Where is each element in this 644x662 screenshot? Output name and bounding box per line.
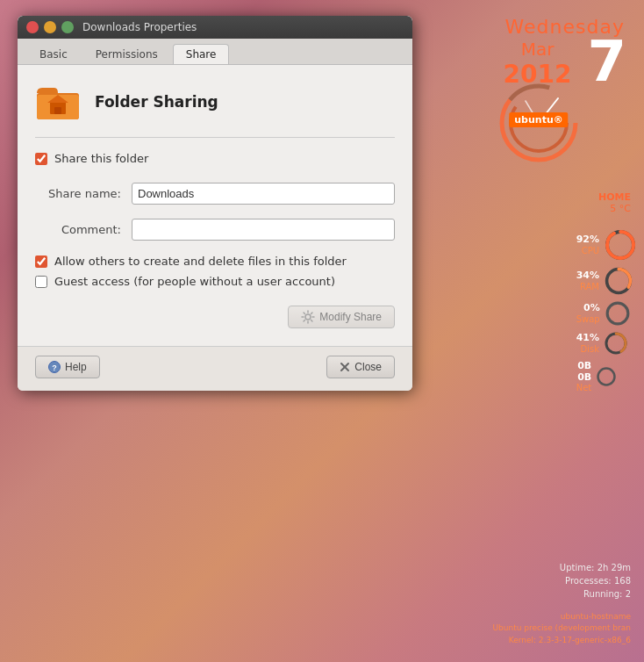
processes-label: Processes: 168: [560, 574, 631, 587]
tab-share[interactable]: Share: [173, 44, 230, 64]
swap-pct: 0%: [576, 302, 600, 313]
home-temp: HOME 5 °C: [598, 191, 631, 214]
net-down: 0B: [576, 371, 592, 383]
help-button[interactable]: ? Help: [35, 356, 100, 378]
properties-dialog: Downloads Properties Basic Permissions S…: [18, 16, 412, 391]
cpu-ring-icon: [604, 228, 637, 262]
ram-ring-icon: [604, 266, 633, 296]
share-folder-row: Share this folder: [35, 152, 395, 165]
svg-point-13: [598, 369, 615, 385]
running-label: Running: 2: [560, 587, 631, 601]
allow-create-delete-checkbox[interactable]: [35, 255, 47, 268]
dialog-footer: ? Help Close: [18, 346, 412, 391]
modify-share-icon: [301, 310, 315, 324]
svg-rect-18: [54, 107, 61, 114]
close-window-button[interactable]: [26, 21, 39, 33]
tab-bar: Basic Permissions Share: [18, 39, 412, 65]
options-section: Allow others to create and delete files …: [35, 255, 395, 288]
net-label: Net: [576, 383, 592, 393]
guest-access-checkbox[interactable]: [35, 276, 47, 288]
kernel-label: Kernel: 2.3-3-17-generic-x86_6: [493, 635, 631, 647]
dialog-title: Downloads Properties: [82, 21, 197, 33]
ram-label: RAM: [576, 282, 599, 292]
minimize-button[interactable]: [44, 21, 56, 33]
ram-stat: 34% RAM: [576, 266, 637, 296]
allow-create-delete-label: Allow others to create and delete files …: [54, 255, 347, 268]
modify-share-label: Modify Share: [319, 311, 382, 323]
svg-point-7: [607, 232, 633, 258]
net-stat: 0B 0B Net: [576, 360, 637, 393]
help-label: Help: [65, 361, 87, 373]
disk-label: Disk: [576, 344, 599, 355]
day-number: 7: [587, 33, 626, 90]
share-folder-label: Share this folder: [54, 152, 148, 165]
folder-sharing-title: Folder Sharing: [95, 93, 218, 111]
clock-widget: ubuntu®: [495, 79, 583, 167]
folder-icon: [35, 79, 81, 125]
dialog-titlebar: Downloads Properties: [18, 16, 412, 39]
close-label: Close: [354, 361, 382, 373]
guest-access-label: Guest access (for people without a user …: [54, 275, 335, 288]
cpu-pct: 92%: [576, 234, 599, 245]
hostname-label: ubuntu-hostname: [493, 611, 631, 623]
share-name-row: Share name:: [35, 183, 395, 205]
folder-sharing-header: Folder Sharing: [35, 79, 395, 138]
ram-pct: 34%: [576, 270, 599, 281]
uptime-label: Uptime: 2h 29m: [560, 561, 631, 574]
modify-btn-row: Modify Share: [35, 306, 395, 328]
swap-stat: 0% Swap: [576, 300, 637, 327]
tab-permissions[interactable]: Permissions: [82, 44, 171, 64]
comment-row: Comment:: [35, 219, 395, 241]
dialog-body: Folder Sharing Share this folder Share n…: [18, 65, 412, 346]
month-label: Mar: [521, 39, 555, 60]
close-button[interactable]: Close: [326, 356, 395, 378]
swap-label: Swap: [576, 314, 600, 325]
svg-text:?: ?: [52, 363, 57, 372]
comment-input[interactable]: [132, 219, 395, 241]
distro-label: Ubuntu precise (development bran: [493, 622, 631, 635]
comment-label: Comment:: [35, 223, 132, 236]
help-icon: ?: [48, 361, 61, 373]
guest-access-row: Guest access (for people without a user …: [35, 275, 395, 288]
disk-stat: 41% Disk: [576, 331, 637, 356]
disk-ring-icon: [604, 331, 628, 356]
cpu-label: CPU: [576, 246, 599, 256]
modify-share-button[interactable]: Modify Share: [288, 306, 395, 328]
share-name-label: Share name:: [35, 187, 132, 200]
share-name-input[interactable]: [132, 183, 395, 205]
close-icon: [340, 362, 350, 372]
svg-point-19: [305, 314, 311, 320]
disk-pct: 41%: [576, 332, 599, 343]
swap-ring-icon: [605, 300, 631, 327]
maximize-button[interactable]: [61, 21, 74, 33]
allow-create-delete-row: Allow others to create and delete files …: [35, 255, 395, 268]
tab-basic[interactable]: Basic: [26, 44, 81, 64]
net-up: 0B: [576, 360, 592, 371]
cpu-stat: 92% CPU: [576, 228, 637, 262]
net-ring-icon: [596, 366, 617, 387]
share-folder-checkbox[interactable]: [35, 153, 47, 165]
system-info: Uptime: 2h 29m Processes: 168 Running: 2: [560, 561, 631, 601]
svg-point-10: [607, 303, 628, 324]
system-details: ubuntu-hostname Ubuntu precise (developm…: [493, 611, 631, 647]
ubuntu-label: ubuntu®: [509, 112, 568, 127]
stats-panel: 92% CPU 34% RAM 0% Swap: [576, 228, 637, 398]
